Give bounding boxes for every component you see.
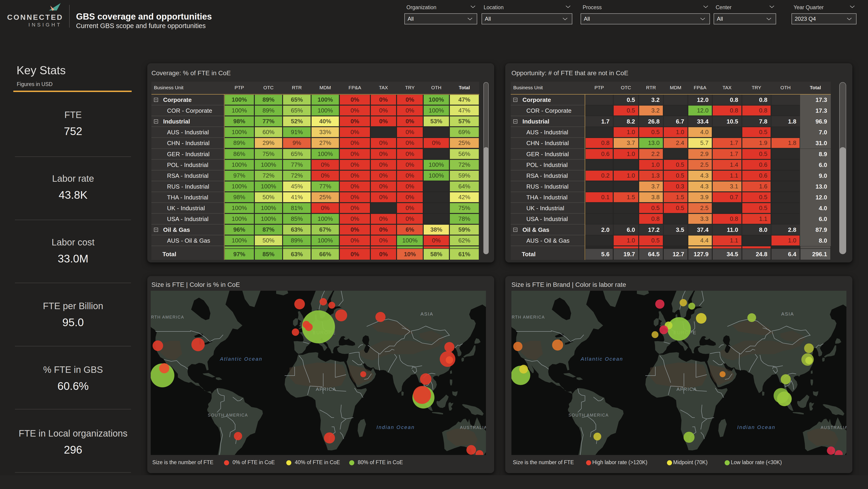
svg-text:ASIA: ASIA: [781, 311, 794, 316]
svg-text:AFRICA: AFRICA: [316, 386, 336, 392]
svg-text:AFRICA: AFRICA: [676, 386, 697, 392]
svg-text:AUSTRALIA: AUSTRALIA: [821, 425, 846, 430]
svg-text:Atlantic Ocean: Atlantic Ocean: [219, 356, 262, 362]
svg-text:NORTH AMERICA: NORTH AMERICA: [151, 315, 184, 319]
svg-text:Indian Ocean: Indian Ocean: [737, 424, 776, 430]
svg-text:Atlantic Ocean: Atlantic Ocean: [580, 356, 623, 362]
svg-text:NORTH AMERICA: NORTH AMERICA: [512, 315, 545, 319]
svg-text:SOUTH AMERICA: SOUTH AMERICA: [568, 413, 609, 418]
svg-text:ASIA: ASIA: [421, 311, 433, 316]
svg-text:SOUTH AMERICA: SOUTH AMERICA: [208, 413, 248, 418]
svg-text:Indian Ocean: Indian Ocean: [377, 424, 415, 430]
svg-text:AUSTRALIA: AUSTRALIA: [460, 425, 486, 430]
